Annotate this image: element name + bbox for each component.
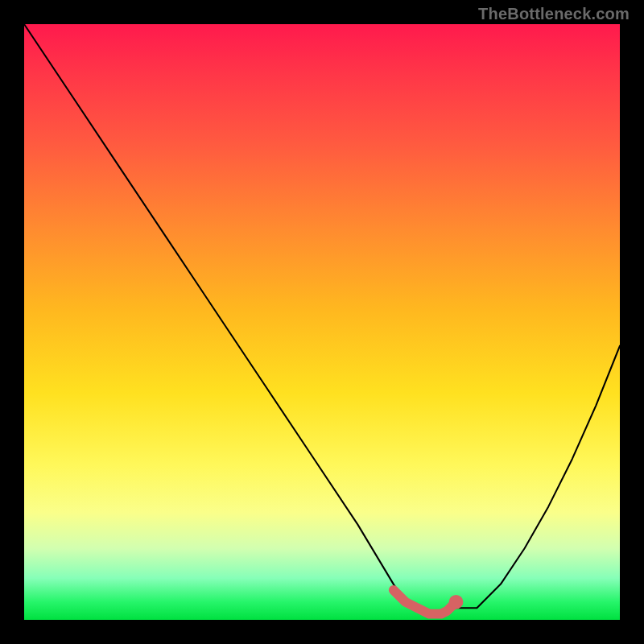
chart-svg [24, 24, 620, 620]
bottleneck-curve-path [24, 24, 620, 614]
optimal-segment-path [394, 590, 456, 614]
plot-area [24, 24, 620, 620]
watermark-text: TheBottleneck.com [478, 5, 630, 23]
chart-root: TheBottleneck.com [0, 0, 644, 644]
optimal-dot [449, 595, 464, 609]
